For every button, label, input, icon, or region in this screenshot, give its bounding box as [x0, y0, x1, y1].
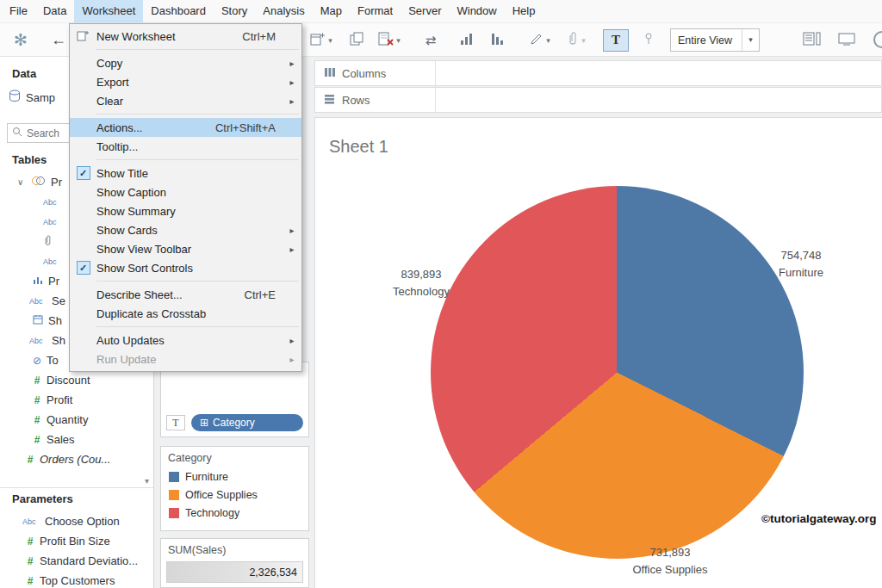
- pie-label-value: 839,893: [393, 266, 450, 283]
- parameter-profit-bin-size[interactable]: # Profit Bin Size: [0, 531, 153, 551]
- tables-header: Tables: [12, 153, 47, 166]
- menu-item-show-title[interactable]: ✓ Show Title: [70, 164, 301, 183]
- rows-icon: [324, 94, 335, 107]
- menu-item-show-caption[interactable]: Show Caption: [70, 183, 301, 201]
- menu-separator: [96, 49, 299, 50]
- highlighter-icon: [530, 32, 543, 48]
- sheet-title: Sheet 1: [329, 137, 388, 157]
- menu-item-run-update[interactable]: Run Update ▸: [70, 350, 301, 368]
- legend-item-office-supplies[interactable]: Office Supplies: [161, 486, 308, 504]
- presentation-mode-button[interactable]: [834, 28, 860, 52]
- mark-labels-button[interactable]: T: [603, 28, 629, 52]
- tree-item-orders-count[interactable]: # Orders (Cou...: [0, 449, 153, 469]
- menu-item-show-view-toolbar[interactable]: Show View Toolbar ▸: [70, 239, 301, 258]
- text-label-icon[interactable]: T: [166, 415, 185, 430]
- datasource-item[interactable]: Samp: [9, 90, 55, 105]
- new-worksheet-icon: [77, 29, 90, 44]
- sort-ascending-button[interactable]: [454, 28, 480, 52]
- menu-item-show-cards[interactable]: Show Cards ▸: [70, 220, 301, 239]
- back-button[interactable]: ←: [48, 28, 69, 52]
- menu-story[interactable]: Story: [214, 0, 255, 22]
- pie-label-value: 754,748: [779, 247, 823, 264]
- duplicate-sheet-button[interactable]: [345, 28, 369, 52]
- parameters-header: Parameters: [12, 492, 73, 505]
- pie-chart[interactable]: [431, 186, 804, 559]
- fix-axes-button[interactable]: [637, 28, 660, 52]
- clear-sheet-button[interactable]: ▾: [371, 28, 407, 52]
- menu-item-copy[interactable]: Copy ▸: [70, 53, 301, 72]
- menu-item-clear[interactable]: Clear ▸: [70, 91, 301, 110]
- legend-title: Category: [161, 447, 308, 467]
- legend-item-furniture[interactable]: Furniture: [161, 467, 308, 486]
- menu-format[interactable]: Format: [350, 0, 401, 22]
- menu-item-actions[interactable]: Actions... Ctrl+Shift+A: [70, 118, 301, 137]
- show-me-button[interactable]: [873, 31, 882, 48]
- parameters-list: Abc Choose Option # Profit Bin Size # St…: [0, 511, 153, 588]
- chevron-expand-icon[interactable]: ∨: [17, 177, 26, 187]
- abc-icon: Abc: [43, 218, 60, 226]
- menu-item-export[interactable]: Export ▸: [70, 72, 301, 91]
- sort-descending-button[interactable]: [485, 28, 511, 52]
- new-worksheet-button[interactable]: ▾: [303, 28, 339, 52]
- color-swatch: [169, 490, 179, 500]
- search-icon: [12, 127, 22, 139]
- category-pill[interactable]: ⊞ Category: [191, 414, 303, 431]
- menu-data[interactable]: Data: [35, 0, 74, 22]
- number-icon: #: [26, 535, 34, 548]
- menu-item-show-sort-controls[interactable]: ✓ Show Sort Controls: [70, 258, 301, 277]
- menu-item-show-summary[interactable]: Show Summary: [70, 201, 301, 220]
- highlight-button[interactable]: ▾: [523, 28, 557, 52]
- menu-item-tooltip[interactable]: Tooltip...: [70, 137, 301, 156]
- tree-item-quantity[interactable]: # Quantity: [0, 410, 153, 430]
- menu-item-new-worksheet[interactable]: New Worksheet Ctrl+M: [70, 27, 301, 46]
- menu-item-auto-updates[interactable]: Auto Updates ▸: [70, 331, 301, 350]
- tab-data[interactable]: Data: [12, 67, 36, 80]
- submenu-arrow-icon: ▸: [286, 336, 298, 345]
- menu-item-describe-sheet[interactable]: Describe Sheet... Ctrl+E: [70, 285, 301, 304]
- menu-help[interactable]: Help: [505, 0, 543, 22]
- columns-shelf[interactable]: Columns: [314, 60, 882, 86]
- submenu-arrow-icon: ▸: [286, 77, 298, 87]
- show-cards-button[interactable]: [797, 28, 826, 52]
- menu-analysis[interactable]: Analysis: [255, 0, 312, 22]
- menu-worksheet[interactable]: Worksheet: [74, 0, 143, 22]
- chevron-down-icon: ▾: [328, 36, 332, 45]
- tree-item-profit[interactable]: # Profit: [0, 390, 153, 410]
- sum-sales-card: SUM(Sales) 2,326,534: [160, 538, 309, 588]
- tree-item-sales[interactable]: # Sales: [0, 430, 153, 449]
- number-icon: #: [33, 394, 41, 406]
- parameter-standard-deviation[interactable]: # Standard Deviatio...: [0, 551, 153, 571]
- color-legend-card: Category Furniture Office Supplies Techn…: [160, 446, 309, 531]
- number-icon: #: [33, 414, 41, 426]
- pie-label-technology: 839,893 Technology: [393, 266, 450, 300]
- rows-shelf[interactable]: Rows: [314, 87, 882, 113]
- sum-sales-title: SUM(Sales): [161, 539, 308, 560]
- swap-rows-columns-button[interactable]: ⇄: [419, 28, 443, 52]
- fit-selector[interactable]: Entire View ▾: [670, 28, 760, 52]
- sort-ascending-icon: [459, 32, 475, 48]
- pie-label-name: Office Supplies: [632, 560, 707, 578]
- menu-server[interactable]: Server: [401, 0, 449, 22]
- scroll-down-arrow[interactable]: ▾: [145, 476, 149, 486]
- menu-map[interactable]: Map: [313, 0, 350, 22]
- chevron-down-icon: ▾: [396, 36, 401, 45]
- legend-item-technology[interactable]: Technology: [161, 504, 308, 522]
- menu-file[interactable]: File: [2, 0, 35, 22]
- bar-chart-icon: [33, 275, 43, 288]
- sum-sales-slider[interactable]: 2,326,534: [166, 561, 303, 583]
- swap-icon: ⇄: [425, 33, 437, 48]
- menu-window[interactable]: Window: [449, 0, 504, 22]
- submenu-arrow-icon: ▸: [286, 96, 298, 106]
- number-icon: #: [26, 555, 34, 567]
- tree-item-discount[interactable]: # Discount: [0, 370, 153, 390]
- menu-item-duplicate-as-crosstab[interactable]: Duplicate as Crosstab: [70, 304, 301, 323]
- pie-label-name: Furniture: [779, 263, 823, 281]
- parameter-top-customers[interactable]: # Top Customers: [0, 571, 153, 588]
- parameter-choose-option[interactable]: Abc Choose Option: [0, 511, 153, 531]
- abc-icon: Abc: [22, 517, 40, 526]
- group-members-button[interactable]: ▾: [560, 28, 593, 52]
- menu-dashboard[interactable]: Dashboard: [143, 0, 214, 22]
- menu-separator: [96, 114, 299, 115]
- chevron-down-icon: ▾: [581, 36, 586, 45]
- watermark: ©tutorialgateway.org: [761, 512, 876, 525]
